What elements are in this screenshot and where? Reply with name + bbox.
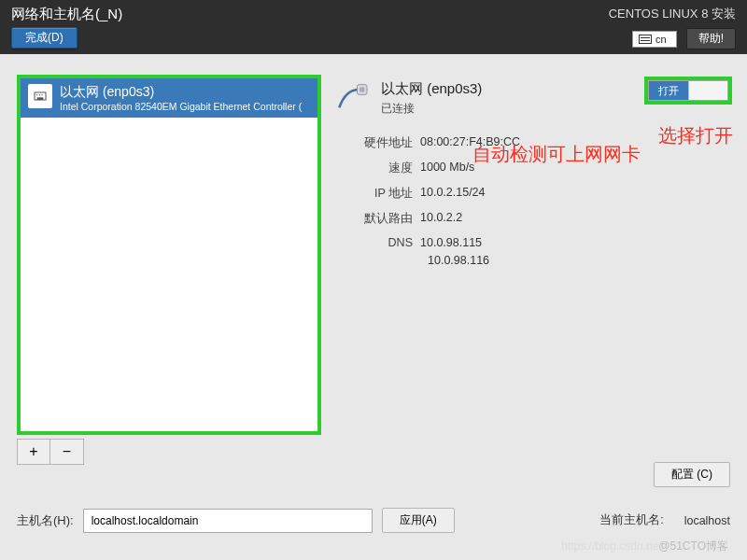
nic-list[interactable]: 以太网 (enp0s3) Intel Corporation 82540EM G… (17, 75, 321, 435)
apply-hostname-button[interactable]: 应用(A) (382, 508, 455, 533)
current-hostname-label: 当前主机名: (599, 512, 663, 528)
connection-toggle[interactable]: 打开 (648, 80, 728, 101)
nic-details: 以太网 (enp0s3) 已连接 打开 硬件地址 08:00:27:F4:B9:… (334, 75, 730, 465)
toggle-on-label: 打开 (649, 81, 688, 100)
top-bar: 网络和主机名(_N) 完成(D) CENTOS LINUX 8 安装 cn 帮助… (0, 0, 747, 54)
ip-value: 10.0.2.15/24 (420, 186, 486, 202)
nic-name: 以太网 (enp0s3) (381, 80, 482, 98)
watermark: https://blog.csdn.ne@51CTO博客 (561, 539, 728, 554)
nic-panel: 以太网 (enp0s3) Intel Corporation 82540EM G… (17, 75, 321, 465)
add-nic-button[interactable]: + (17, 439, 50, 465)
hostname-label: 主机名(H): (17, 512, 74, 529)
dns-value-1: 10.0.98.115 (420, 236, 482, 249)
content-area: 以太网 (enp0s3) Intel Corporation 82540EM G… (0, 54, 747, 544)
connection-toggle-wrap: 打开 (644, 77, 732, 105)
route-label: 默认路由 (334, 211, 420, 227)
configure-button[interactable]: 配置 (C) (654, 462, 730, 487)
installer-title: CENTOS LINUX 8 安装 (609, 6, 736, 22)
watermark-brand: @51CTO博客 (658, 539, 728, 553)
nic-list-item[interactable]: 以太网 (enp0s3) Intel Corporation 82540EM G… (21, 78, 317, 118)
page-title: 网络和主机名(_N) (11, 6, 122, 23)
dns-label: DNS (334, 236, 420, 249)
hostname-row: 主机名(H): 应用(A) 当前主机名: localhost (17, 508, 730, 533)
ethernet-card-icon (28, 84, 52, 108)
keyboard-indicator[interactable]: cn (632, 31, 677, 48)
help-button[interactable]: 帮助! (686, 28, 736, 49)
svg-rect-6 (359, 87, 364, 91)
speed-label: 速度 (334, 161, 420, 176)
hw-addr-value: 08:00:27:F4:B9:CC (420, 135, 520, 151)
nic-status: 已连接 (381, 101, 482, 117)
current-hostname-value: localhost (684, 514, 730, 527)
route-value: 10.0.2.2 (420, 211, 462, 227)
remove-nic-button[interactable]: − (50, 439, 84, 465)
keyboard-icon (639, 35, 652, 44)
nic-item-subtitle: Intel Corporation 82540EM Gigabit Ethern… (60, 101, 302, 112)
svg-rect-1 (37, 97, 44, 100)
svg-point-4 (41, 94, 42, 95)
dns-value-2: 10.0.98.116 (428, 254, 730, 267)
svg-point-2 (36, 94, 37, 95)
hw-addr-label: 硬件地址 (334, 135, 420, 151)
done-button[interactable]: 完成(D) (11, 27, 78, 49)
watermark-url: https://blog.csdn.ne (561, 539, 658, 553)
nic-item-title: 以太网 (enp0s3) (60, 84, 302, 101)
ethernet-cable-icon (334, 78, 374, 118)
hostname-input[interactable] (83, 509, 373, 533)
toggle-knob (688, 81, 727, 100)
keyboard-layout-label: cn (655, 34, 667, 45)
svg-point-3 (39, 94, 40, 95)
speed-value: 1000 Mb/s (420, 161, 474, 176)
ip-label: IP 地址 (334, 186, 420, 202)
